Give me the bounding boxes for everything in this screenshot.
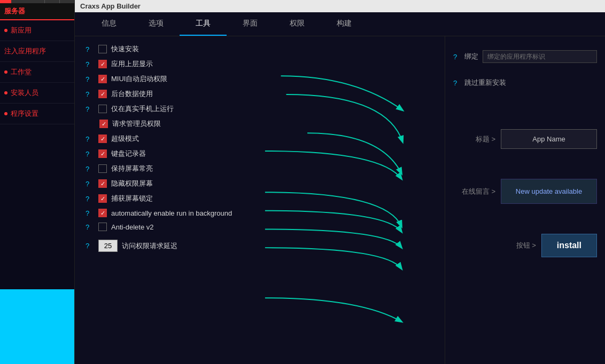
label-capture: 捕获屏幕锁定 (111, 194, 153, 203)
help-miui[interactable]: ? (86, 75, 94, 83)
sidebar-server-label: 服务器 (0, 3, 74, 20)
tab-info[interactable]: 信息 (86, 12, 133, 36)
label-hide-perm: 隐藏权限屏幕 (111, 179, 153, 188)
option-real-phone: ? 仅在真实手机上运行 (86, 101, 434, 116)
help-anti-delete[interactable]: ? (86, 223, 94, 231)
option-bg-data: ? 后台数据使用 (86, 86, 434, 101)
help-bg-run[interactable]: ? (86, 209, 94, 217)
checkbox-hide-perm[interactable] (98, 179, 107, 188)
help-delay[interactable]: ? (86, 242, 94, 250)
checkbox-anti-delete[interactable] (98, 223, 107, 231)
help-skip[interactable]: ? (453, 79, 457, 87)
checkbox-bg-data[interactable] (98, 90, 107, 98)
option-keylogger: ? 键盘记录器 (86, 146, 434, 161)
help-keylogger[interactable]: ? (86, 150, 94, 158)
label-bg-data: 后台数据使用 (111, 89, 153, 99)
button-label: 按钮 > (516, 241, 536, 250)
main-area: Craxs App Builder 信息 选项 工具 界面 权限 构建 ? (75, 0, 605, 364)
tab-bar: 信息 选项 工具 界面 权限 构建 (75, 12, 605, 36)
option-screen-on: ? 保持屏幕常亮 (86, 161, 434, 176)
option-top-display: ? 应用上层显示 (86, 57, 434, 72)
delay-input[interactable] (98, 240, 118, 252)
tab-options[interactable]: 选项 (133, 12, 180, 36)
app-title: Craxs App Builder (80, 2, 141, 10)
option-anti-delete: ? Anti-delete v2 (86, 220, 434, 234)
option-miui: ? MIUI自动启动权限 (86, 72, 434, 86)
option-capture: ? 捕获屏幕锁定 (86, 191, 434, 206)
help-hide-perm[interactable]: ? (86, 180, 94, 188)
label-real-phone: 仅在真实手机上运行 (111, 104, 174, 114)
app-name-value: App Name (532, 135, 565, 143)
sidebar-item-inject[interactable]: 注入应用程序 (0, 41, 74, 62)
title-bar: Craxs App Builder (75, 0, 605, 12)
sidebar: 服务器 新应用 注入应用程序 工作堂 安装人员 程序设置 (0, 0, 75, 364)
skip-reinstall-label: 跳过重新安装 (464, 78, 506, 88)
help-top-display[interactable]: ? (86, 60, 94, 68)
title-row: 标题 > App Name (453, 126, 597, 152)
label-top-display: 应用上层显示 (111, 59, 153, 69)
label-screen-on: 保持屏幕常亮 (111, 164, 153, 173)
label-delay: 访问权限请求延迟 (122, 241, 177, 251)
help-screen-on[interactable]: ? (86, 165, 94, 173)
checkbox-bg-run[interactable] (98, 209, 107, 217)
label-super: 超级模式 (111, 134, 139, 144)
update-text: New update available (516, 187, 582, 195)
option-hide-perm: ? 隐藏权限屏幕 (86, 176, 434, 191)
content-area: ? 快速安装 ? 应用上层显示 ? MIUI自动启动权限 ? 后台数据使用 ? (75, 36, 605, 364)
skip-reinstall-section: ? 跳过重新安装 (453, 74, 597, 92)
help-bind[interactable]: ? (453, 53, 457, 61)
left-options-panel: ? 快速安装 ? 应用上层显示 ? MIUI自动启动权限 ? 后台数据使用 ? (75, 36, 445, 364)
checkbox-fast-install[interactable] (98, 45, 107, 53)
help-fast-install[interactable]: ? (86, 45, 94, 53)
sidebar-item-workspace[interactable]: 工作堂 (0, 62, 74, 83)
checkbox-keylogger[interactable] (98, 149, 107, 158)
button-row: 按钮 > install (453, 231, 597, 260)
tab-permissions[interactable]: 权限 (274, 12, 321, 36)
message-row: 在线留言 > New update available (453, 176, 597, 207)
label-keylogger: 键盘记录器 (111, 149, 146, 159)
option-fast-install: ? 快速安装 (86, 42, 434, 57)
bind-section: ? 绑定 (453, 46, 597, 67)
bind-input[interactable] (483, 50, 597, 63)
title-label: 标题 > (476, 134, 495, 144)
tab-build[interactable]: 构建 (321, 12, 368, 36)
help-capture[interactable]: ? (86, 195, 94, 203)
option-bg-run: ? automatically enable run in background (86, 206, 434, 220)
label-admin: 请求管理员权限 (112, 119, 161, 129)
install-button[interactable]: install (541, 234, 597, 257)
app-name-box[interactable]: App Name (501, 129, 597, 149)
help-bg-data[interactable]: ? (86, 90, 94, 98)
checkbox-screen-on[interactable] (98, 164, 107, 173)
checkbox-capture[interactable] (98, 194, 107, 203)
checkbox-top-display[interactable] (98, 60, 107, 68)
tab-tools[interactable]: 工具 (180, 12, 227, 36)
right-panel: ? 绑定 ? 跳过重新安装 标题 > (445, 36, 605, 364)
label-bg-run: automatically enable run in background (111, 209, 232, 217)
message-label: 在线留言 > (462, 187, 495, 196)
checkbox-real-phone[interactable] (98, 105, 107, 113)
option-admin: 请求管理员权限 (99, 116, 434, 131)
checkbox-super[interactable] (98, 134, 107, 143)
option-super: ? 超级模式 (86, 131, 434, 146)
help-super[interactable]: ? (86, 135, 94, 143)
help-real-phone[interactable]: ? (86, 105, 94, 113)
sidebar-item-install-staff[interactable]: 安装人员 (0, 83, 74, 104)
sidebar-item-app-settings[interactable]: 程序设置 (0, 104, 74, 124)
label-fast-install: 快速安装 (111, 44, 139, 54)
tab-ui[interactable]: 界面 (227, 12, 274, 36)
sidebar-bottom-cyan (0, 289, 74, 364)
checkbox-miui[interactable] (98, 75, 107, 83)
option-delay: ? 访问权限请求延迟 (86, 237, 434, 255)
label-anti-delete: Anti-delete v2 (111, 223, 154, 231)
update-box[interactable]: New update available (501, 179, 597, 204)
checkbox-admin[interactable] (99, 120, 108, 128)
bind-label: 绑定 (464, 52, 478, 61)
label-miui: MIUI自动启动权限 (111, 74, 167, 84)
sidebar-item-new-app[interactable]: 新应用 (0, 20, 74, 41)
